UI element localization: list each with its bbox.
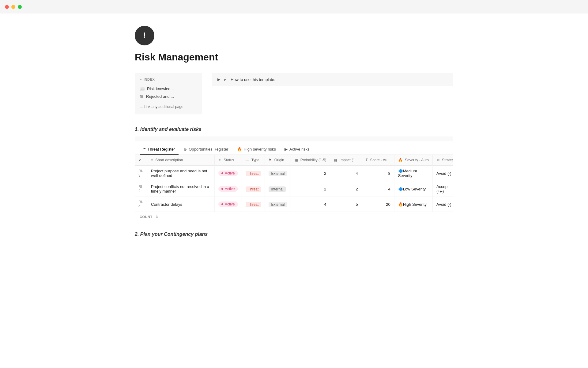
- titlebar: [0, 0, 588, 13]
- table-row: RI-4 Contractor delays Active Threat Ext…: [135, 197, 453, 212]
- cell-probability: 4: [291, 197, 330, 212]
- gear-icon: ⚙: [436, 158, 440, 162]
- section2-heading: 2. Plan your Contingency plans: [135, 232, 453, 237]
- origin-badge: External: [269, 202, 287, 207]
- maximize-button[interactable]: [18, 5, 22, 9]
- th-strategy: ⚙ Strategy: [433, 155, 453, 166]
- table-row: RI-2 Project conflicts not resolved in a…: [135, 181, 453, 197]
- cell-origin: Internal: [265, 181, 291, 197]
- index-panel: ≡ INDEX 📖 Risk knowled... 🗑 Rejected and…: [135, 73, 202, 114]
- severity-badge: 🔥High Severity: [398, 202, 427, 207]
- index-link-text[interactable]: ... Link any additional page: [140, 104, 197, 109]
- list-icon: ≡: [140, 78, 142, 81]
- tab-high-severity[interactable]: 🔥 High severity risks: [233, 144, 280, 155]
- table-row: RI-3 Project purpose and need is not wel…: [135, 166, 453, 181]
- th-severity: 🔥 Severity - Auto: [394, 155, 432, 166]
- type-badge: Threat: [246, 171, 261, 176]
- list-icon: ≡: [143, 147, 146, 151]
- cell-type: Threat: [242, 166, 265, 181]
- status-badge: Active: [218, 186, 238, 192]
- tab-threat-register[interactable]: ≡ Threat Register: [140, 144, 179, 155]
- severity-badge: 🔷Low Severity: [398, 187, 426, 191]
- tab-active-risks[interactable]: ▶ Active risks: [281, 144, 313, 155]
- howto-text: How to use this template:: [231, 77, 275, 82]
- cell-severity: 🔷Medium Severity: [394, 166, 432, 181]
- list-icon: ≡: [151, 158, 153, 162]
- cell-strategy: Avoid (-): [433, 166, 453, 181]
- status-badge: Active: [218, 201, 238, 207]
- howto-panel[interactable]: ▶ 🕯 How to use this template:: [212, 73, 453, 86]
- th-probability: ▦ Probability (1-5): [291, 155, 330, 166]
- cell-type: Threat: [242, 197, 265, 212]
- cell-impact: 5: [330, 197, 362, 212]
- cell-severity: 🔷Low Severity: [394, 181, 432, 197]
- cell-status: Active: [215, 181, 242, 197]
- fire-icon2: 🔥: [398, 158, 403, 162]
- cell-severity: 🔥High Severity: [394, 197, 432, 212]
- flame-icon: 🕯: [223, 77, 228, 82]
- count-row: COUNT 3: [135, 212, 453, 222]
- cell-description: Project conflicts not resolved in a time…: [147, 181, 215, 197]
- cell-probability: 2: [291, 166, 330, 181]
- th-checkbox: ∨: [135, 155, 147, 166]
- tab-opportunities[interactable]: ⊕ Opportunities Register: [180, 144, 232, 155]
- origin-badge: External: [269, 171, 287, 176]
- th-score: Σ Score - Au...: [362, 155, 394, 166]
- top-layout: ≡ INDEX 📖 Risk knowled... 🗑 Rejected and…: [135, 73, 453, 114]
- cell-status: Active: [215, 197, 242, 212]
- dash-icon: —: [246, 158, 249, 162]
- cell-id: RI-4: [135, 197, 147, 212]
- th-status: ✦ Status: [215, 155, 242, 166]
- risk-table: ∨ ≡ Short description ✦ Status — Type: [135, 155, 453, 212]
- index-item-rejected[interactable]: 🗑 Rejected and ...: [140, 93, 197, 100]
- cell-id: RI-2: [135, 181, 147, 197]
- grid-icon2: ▦: [334, 158, 337, 162]
- th-impact: ▦ Impact (1...: [330, 155, 362, 166]
- cell-id: RI-3: [135, 166, 147, 181]
- book-icon: 📖: [140, 86, 145, 91]
- expand-icon: ▶: [217, 77, 220, 82]
- cell-status: Active: [215, 166, 242, 181]
- cell-score: 8: [362, 166, 394, 181]
- plus-icon: ⊕: [183, 147, 187, 151]
- cell-score: 20: [362, 197, 394, 212]
- minimize-button[interactable]: [11, 5, 15, 9]
- index-title: ≡ INDEX: [140, 78, 197, 81]
- trash-icon: 🗑: [140, 94, 144, 99]
- type-badge: Threat: [246, 202, 261, 207]
- cell-score: 4: [362, 181, 394, 197]
- sigma-icon: Σ: [366, 158, 368, 162]
- severity-badge: 🔷Medium Severity: [398, 169, 429, 178]
- close-button[interactable]: [5, 5, 9, 9]
- cell-strategy: Avoid (-): [433, 197, 453, 212]
- cell-origin: External: [265, 197, 291, 212]
- play-icon: ▶: [285, 147, 288, 151]
- cell-description: Project purpose and need is not well-def…: [147, 166, 215, 181]
- tab-bar: ≡ Threat Register ⊕ Opportunities Regist…: [135, 141, 453, 155]
- origin-badge: Internal: [269, 186, 286, 192]
- type-badge: Threat: [246, 186, 261, 192]
- section1-block: ≡ Threat Register ⊕ Opportunities Regist…: [135, 136, 453, 222]
- th-description: ≡ Short description: [147, 155, 215, 166]
- cell-probability: 2: [291, 181, 330, 197]
- page-icon: !: [135, 26, 154, 45]
- sparkle-icon: ✦: [218, 158, 221, 162]
- cell-origin: External: [265, 166, 291, 181]
- cell-impact: 2: [330, 181, 362, 197]
- grid-icon: ▦: [295, 158, 298, 162]
- cell-type: Threat: [242, 181, 265, 197]
- fire-icon: 🔥: [237, 147, 242, 151]
- index-item-risk[interactable]: 📖 Risk knowled...: [140, 85, 197, 93]
- th-type: — Type: [242, 155, 265, 166]
- th-origin: ⚑ Origin: [265, 155, 291, 166]
- page-title: Risk Management: [135, 52, 453, 63]
- cell-description: Contractor delays: [147, 197, 215, 212]
- section1-heading: 1. Identify and evaluate risks: [135, 127, 453, 132]
- cell-impact: 4: [330, 166, 362, 181]
- flag-icon: ⚑: [269, 158, 272, 162]
- cell-strategy: Accept (+/-): [433, 181, 453, 197]
- status-badge: Active: [218, 171, 238, 176]
- chevron-down-icon: ∨: [138, 158, 141, 162]
